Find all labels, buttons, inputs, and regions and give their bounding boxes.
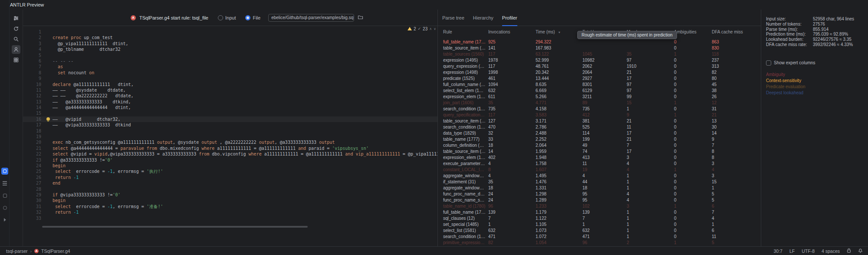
profiler-row[interactable]: expression_elem (1590)6115.266321199026	[441, 94, 759, 100]
code-line[interactable]: 24begin	[23, 163, 437, 169]
caret-position[interactable]: 30:7	[774, 248, 783, 254]
code-line[interactable]: 32 return -1	[23, 209, 437, 215]
code-line[interactable]: 22select @vipid = vipid,@vipa33333333333…	[23, 151, 437, 157]
profiler-row[interactable]: select_list_elem (1592)6326.669612997038	[441, 88, 759, 94]
code-line[interactable]: 15	[23, 110, 437, 116]
find-stripe-icon[interactable]	[1, 204, 8, 211]
profiler-row[interactable]: full_column_name (17…10948.635830197045	[441, 82, 759, 88]
tab-profiler[interactable]: Profiler	[502, 10, 517, 26]
code-line[interactable]: 9	[23, 76, 437, 81]
run-stripe-icon[interactable]	[1, 216, 8, 223]
line-ending[interactable]: LF	[789, 248, 795, 254]
code-line[interactable]: 13—— @a333333333333 dtkind,	[23, 99, 437, 105]
code-line[interactable]: 14—— @a44444444444444 dtint,	[23, 105, 437, 110]
profiler-row[interactable]: table_source_item (15…1273.17138121013	[441, 118, 759, 124]
code-line[interactable]: 16—— @vipid dtchar32,	[23, 116, 437, 122]
refresh-icon[interactable]	[12, 24, 20, 33]
code-line[interactable]: 6-- -- --	[23, 58, 437, 64]
profiler-row[interactable]: table_name (1777)332.2521992109	[441, 136, 759, 142]
file-path-input[interactable]: ebelice/Github/tsql-parser/examples/big.…	[268, 14, 354, 22]
profiler-row[interactable]: search_condition (1517)4702.78652511030	[441, 124, 759, 130]
tab-parse-tree[interactable]: Parse tree	[442, 10, 464, 26]
antlr-preview-stripe-icon[interactable]	[1, 168, 8, 175]
code-line[interactable]: 31 select errorcode = -1, errormsg = '准备…	[23, 204, 437, 209]
encoding[interactable]: UTF-8	[802, 248, 815, 254]
lock-icon[interactable]	[847, 248, 851, 254]
code-line[interactable]: 10declare @a111111111111 dtint,	[23, 82, 437, 87]
code-line[interactable]: 7 as	[23, 64, 437, 70]
profiler-row[interactable]: full_table_name (1775)925294.3220863	[441, 39, 759, 45]
profiler-row[interactable]: column_definition (1421)182.06449707	[441, 142, 759, 149]
code-line[interactable]: 5	[23, 53, 437, 58]
code-line[interactable]: 26 return -1	[23, 175, 437, 180]
column-header-dfa-cache-miss[interactable]: DFA cache miss	[709, 30, 759, 34]
breadcrumb-file[interactable]: TSqlParser.g4	[41, 248, 70, 254]
profiler-row[interactable]: set_special (1485)11.1051101	[441, 222, 759, 228]
structure-stripe-icon[interactable]	[1, 180, 8, 187]
input-radio[interactable]: Input	[218, 15, 236, 20]
profiler-row[interactable]: func_proc_name_data…241.29895405	[441, 191, 759, 197]
code-line[interactable]: 11—— —— @sysdate dtdate,	[23, 87, 437, 93]
checkbox-label[interactable]: Show expert columns	[774, 60, 815, 65]
column-header-rule[interactable]: Rule	[441, 30, 486, 34]
profiler-row[interactable]: func_proc_name_serv…241.28995405	[441, 197, 759, 203]
code-line[interactable]: 2create proc up_com_test	[23, 35, 437, 40]
settings-icon[interactable]	[12, 14, 20, 23]
profiler-row[interactable]: table_sources (1560)11763.1221045351118	[441, 51, 759, 57]
profiler-row[interactable]: aggregate_windowed…181.33118101	[441, 185, 759, 191]
code-line[interactable]: 19	[23, 134, 437, 139]
code-line[interactable]: 21select @a44444444444444 = paravalue fr…	[23, 146, 437, 151]
code-line[interactable]: 3 @p_vipa111111111111 dtint,	[23, 41, 437, 46]
show-expert-columns-checkbox[interactable]: Show expert columns	[766, 60, 867, 66]
file-radio-label[interactable]: File	[253, 15, 260, 20]
profiler-row[interactable]: query_specification (1…1173.5834129121	[441, 112, 759, 118]
profiler-row[interactable]: aggregate_windowed…41.4954103	[441, 173, 759, 179]
profiler-row[interactable]: expression (1495)197852.99910982970237	[441, 57, 759, 63]
profiler-row[interactable]: expression_elem (1589)4021.948413308	[441, 155, 759, 161]
profiler-row[interactable]: data_type (1829)322.48811417014	[441, 130, 759, 136]
profiler-row[interactable]: expression (1498)199820.342206421082	[441, 70, 759, 76]
bookmarks-stripe-icon[interactable]	[1, 192, 8, 199]
code-line[interactable]: 29if @vipa333333333333 !='0'	[23, 192, 437, 198]
profiler-row[interactable]: sql_clauses (12)71.1227104	[441, 215, 759, 222]
code-line[interactable]: 8 set nocount on	[23, 70, 437, 76]
horizontal-scrollbar[interactable]	[42, 226, 308, 228]
profiler-row[interactable]: table_source_item (16…141167.9830830	[441, 45, 759, 51]
code-line[interactable]: 27end	[23, 180, 437, 186]
indent-setting[interactable]: 4 spaces	[822, 248, 840, 254]
input-radio-label[interactable]: Input	[225, 15, 236, 20]
file-radio[interactable]: File	[245, 15, 260, 20]
column-header-invocations[interactable]: Invocations	[486, 30, 533, 34]
code-line[interactable]: 30begin	[23, 198, 437, 203]
profiler-row[interactable]: table_source_item (15…141.959741708	[441, 149, 759, 155]
profiler-row[interactable]: execute_parameter (1…41.75811403	[441, 161, 759, 167]
code-line[interactable]: 23if @a333333333333 !='0'	[23, 157, 437, 163]
code-line[interactable]: 28	[23, 186, 437, 192]
profiler-row[interactable]: select_list (1581)6321.073632106	[441, 228, 759, 234]
browse-file-icon[interactable]	[358, 15, 363, 21]
code-line[interactable]: 12—— —— @a2222222222 dtdate,	[23, 93, 437, 99]
code-line[interactable]: 1	[23, 29, 437, 35]
profiler-row[interactable]: primitive_expression (…821.05496215	[441, 240, 759, 246]
profiler-row[interactable]: join_part (1606)354.7718915112	[441, 100, 759, 106]
code-line[interactable]: 20exec nb_com_getsysconfig @a11111111111…	[23, 139, 437, 145]
code-line[interactable]: 33	[23, 215, 437, 221]
checkbox-icon[interactable]	[766, 60, 771, 66]
code-line[interactable]: 17—— @vipa333333333333 dtkind	[23, 122, 437, 128]
input-radio-circle-icon[interactable]	[218, 15, 223, 20]
column-header-ambiguities[interactable]: Ambiguities	[671, 30, 709, 34]
profile-icon[interactable]	[12, 45, 20, 54]
profiler-row[interactable]: if_statement (31)351.476441015	[441, 179, 759, 185]
editor-lines[interactable]: 12create proc up_com_test3 @p_vipa111111…	[23, 26, 437, 246]
profiler-row[interactable]: constant_LOCAL_ID (1…81.60719414	[441, 167, 759, 173]
profiler-row[interactable]: search_condition (1516)4711.0724711011	[441, 234, 759, 240]
breadcrumb-project[interactable]: tsql-parser	[6, 248, 28, 254]
profiler-row[interactable]: query_expression (1527)11748.76120621910…	[441, 63, 759, 70]
notifications-bell-icon[interactable]	[858, 248, 863, 254]
profiler-row[interactable]: predicate (1525)46113.444292717080	[441, 76, 759, 82]
code-line[interactable]: 4 @p_tblname dtchar32	[23, 46, 437, 52]
profiler-row[interactable]: search_condition (1519)7354.1587351031	[441, 106, 759, 112]
magnifier-icon[interactable]	[12, 35, 20, 43]
code-line[interactable]: 25 select errorcode = -1, errormsg = '执行…	[23, 169, 437, 174]
profiler-row[interactable]: table_name_id (1780)961.233102316	[441, 203, 759, 209]
